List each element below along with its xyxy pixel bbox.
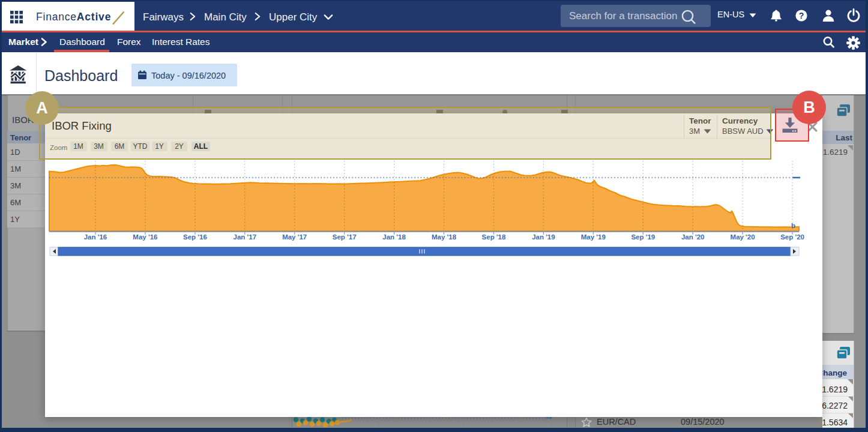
svg-text:Jan '20: Jan '20 — [681, 233, 705, 241]
svg-text:Sep '17: Sep '17 — [333, 233, 357, 241]
svg-text:May '17: May '17 — [282, 233, 307, 241]
svg-text:Jan '18: Jan '18 — [382, 233, 406, 241]
svg-text:Jan '16: Jan '16 — [84, 233, 107, 241]
svg-text:May '16: May '16 — [133, 233, 157, 241]
svg-text:May '18: May '18 — [432, 233, 457, 241]
svg-text:Sep '19: Sep '19 — [631, 233, 655, 241]
svg-text:?: ? — [799, 11, 804, 20]
svg-text:Sep '16: Sep '16 — [183, 233, 207, 241]
svg-text:b: b — [791, 222, 795, 229]
svg-text:Jan '19: Jan '19 — [532, 233, 555, 241]
svg-text:May '20: May '20 — [731, 233, 755, 241]
svg-text:Sep '20: Sep '20 — [780, 233, 804, 241]
svg-text:Sep '18: Sep '18 — [482, 233, 506, 241]
svg-text:Jan '17: Jan '17 — [234, 233, 257, 241]
svg-text:May '19: May '19 — [581, 233, 606, 241]
